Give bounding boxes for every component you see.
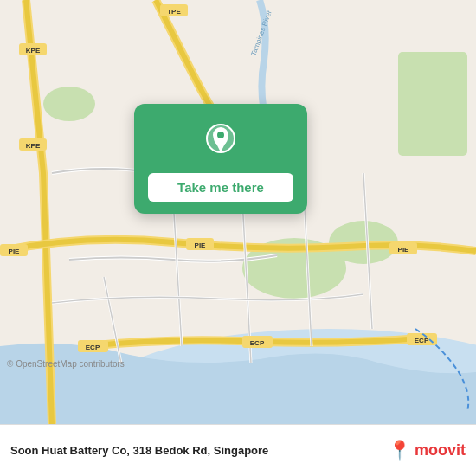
moovit-logo[interactable]: 📍 moovit xyxy=(388,440,466,462)
svg-point-27 xyxy=(217,132,224,138)
location-card: Take me there xyxy=(134,104,307,214)
svg-rect-4 xyxy=(398,52,467,156)
take-me-there-button[interactable]: Take me there xyxy=(148,173,293,202)
moovit-logo-text: moovit xyxy=(415,441,466,460)
bottom-bar: Soon Huat Battery Co, 318 Bedok Rd, Sing… xyxy=(0,424,476,476)
pin-icon-wrapper xyxy=(198,119,243,164)
svg-text:PIE: PIE xyxy=(398,246,410,254)
location-pin-icon xyxy=(202,123,240,161)
business-name: Soon Huat Battery Co, 318 Bedok Rd, Sing… xyxy=(10,444,388,457)
svg-text:ECP: ECP xyxy=(415,337,429,344)
svg-point-5 xyxy=(43,87,95,121)
svg-text:KPE: KPE xyxy=(26,142,41,150)
svg-text:ECP: ECP xyxy=(250,339,265,347)
svg-text:PIE: PIE xyxy=(9,248,21,255)
bottom-info: Soon Huat Battery Co, 318 Bedok Rd, Sing… xyxy=(10,444,388,457)
svg-text:KPE: KPE xyxy=(26,47,41,55)
moovit-pin-icon: 📍 xyxy=(388,440,411,462)
svg-text:PIE: PIE xyxy=(195,241,207,249)
osm-attribution: © OpenStreetMap contributors xyxy=(7,359,125,369)
svg-text:TPE: TPE xyxy=(167,8,181,16)
svg-text:ECP: ECP xyxy=(86,344,100,351)
map-container: PIE PIE PIE ECP ECP ECP KPE KPE TPE Tamp… xyxy=(0,0,476,424)
